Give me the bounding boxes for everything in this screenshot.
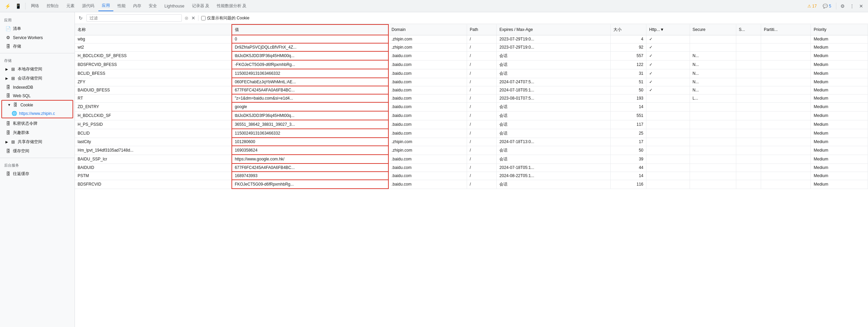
chat-badge[interactable]: 💬 5 bbox=[820, 2, 834, 10]
sidebar-item-cookie[interactable]: ▼ 🗄 Cookie bbox=[2, 101, 73, 109]
col-header-secure[interactable]: Secure bbox=[690, 24, 736, 35]
table-row[interactable]: RT "z=1&dm=baidu.com&si=e1d4... .baidu.c… bbox=[75, 94, 868, 102]
cell-secure: N... bbox=[690, 51, 736, 60]
tab-network[interactable]: 网络 bbox=[28, 1, 43, 11]
sidebar-item-storage[interactable]: 🗄 存储 bbox=[0, 42, 75, 51]
cell-domain: .zhipin.com bbox=[388, 35, 467, 43]
col-header-domain[interactable]: Domain bbox=[388, 24, 467, 35]
sidebar-item-indexeddb[interactable]: 🗄 IndexedDB bbox=[0, 83, 75, 91]
cell-secure: N... bbox=[690, 78, 736, 86]
content-area: ↻ ⊗ ✕ 仅显示有问题的 Cookie 名称 值 bbox=[75, 12, 868, 327]
websql-icon: 🗄 bbox=[5, 93, 11, 98]
sidebar-item-manifest[interactable]: 📄 清单 bbox=[0, 24, 75, 33]
table-row[interactable]: BCLID 11500249131063466332 .baidu.com / … bbox=[75, 129, 868, 138]
cell-http: ✓ bbox=[646, 60, 690, 69]
chat-icon: 💬 bbox=[823, 4, 828, 8]
cell-secure bbox=[690, 102, 736, 111]
cell-samesite bbox=[736, 138, 761, 146]
sidebar-item-shared-storage[interactable]: ▶ ⊞ 共享存储空间 bbox=[0, 137, 75, 147]
sidebar-item-zhipin-cookie[interactable]: 🌐 https://www.zhipin.c bbox=[2, 109, 73, 118]
table-row[interactable]: H_BDCLCKID_SF tblJoDK5JDD3fP36q45HMt00q.… bbox=[75, 111, 868, 120]
tab-perf-insights[interactable]: 性能数据分析 及 bbox=[213, 1, 250, 11]
cell-path: / bbox=[467, 138, 497, 146]
cell-secure bbox=[690, 146, 736, 155]
cell-expires: 会话 bbox=[497, 146, 611, 155]
sidebar-item-interest-groups[interactable]: 🗄 兴趣群体 bbox=[0, 128, 75, 137]
cell-size: 14 bbox=[611, 172, 646, 180]
sidebar-item-service-workers[interactable]: ⚙ Service Workers bbox=[0, 33, 75, 42]
col-header-path[interactable]: Path bbox=[467, 24, 497, 35]
warning-badge[interactable]: ⚠ 17 bbox=[805, 2, 819, 10]
device-icon-btn[interactable]: 📱 bbox=[13, 2, 23, 10]
cell-expires: 2023-07-29T19:0... bbox=[497, 43, 611, 51]
cell-secure bbox=[690, 120, 736, 129]
table-row[interactable]: BAIDUID_BFESS 677F6FC4245A4FA0A6FB4BC...… bbox=[75, 86, 868, 94]
col-header-http[interactable]: Http...▼ bbox=[646, 24, 690, 35]
table-row[interactable]: wbg 0 .zhipin.com / 2023-07-29T19:0... 4… bbox=[75, 35, 868, 43]
show-issues-checkbox[interactable] bbox=[201, 16, 206, 20]
cell-domain: .baidu.com bbox=[388, 129, 467, 138]
tab-elements[interactable]: 元素 bbox=[63, 1, 78, 11]
cell-priority: Medium bbox=[811, 180, 868, 189]
close-icon-btn[interactable]: ✕ bbox=[857, 2, 865, 10]
cell-expires: 会话 bbox=[497, 60, 611, 69]
settings-icon-btn[interactable]: ⚙ bbox=[838, 2, 847, 10]
col-header-size[interactable]: 大小 bbox=[611, 24, 646, 35]
sidebar-item-local-storage[interactable]: ▶ ⊞ 本地存储空间 bbox=[0, 65, 75, 74]
tab-memory[interactable]: 内存 bbox=[130, 1, 145, 11]
table-row[interactable]: H_BDCLCKID_SF_BFESS tblJoDK5JDD3fP36q45H… bbox=[75, 51, 868, 60]
filter-clear-button[interactable]: ⊗ bbox=[184, 15, 189, 21]
sidebar-item-session-storage[interactable]: ▶ ⊞ 会话存储空间 bbox=[0, 74, 75, 83]
col-header-priority[interactable]: Priority bbox=[811, 24, 868, 35]
cell-domain: .baidu.com bbox=[388, 172, 467, 180]
table-row[interactable]: BCLID_BFESS 11500249131063466332 .baidu.… bbox=[75, 69, 868, 78]
table-row[interactable]: ZD_ENTRY google .baidu.com / 会话 14 Mediu… bbox=[75, 102, 868, 111]
table-row[interactable]: ZFY 060FEChabEzJqYbWhMntL:AE... .baidu.c… bbox=[75, 78, 868, 86]
col-header-samesite[interactable]: S... bbox=[736, 24, 761, 35]
tab-recorder[interactable]: 记录器 及 bbox=[189, 1, 213, 11]
cell-priority: Medium bbox=[811, 164, 868, 172]
more-icon-btn[interactable]: ⋮ bbox=[848, 2, 856, 10]
col-header-expires[interactable]: Expires / Max-Age bbox=[497, 24, 611, 35]
table-row[interactable]: H_PS_PSSID 36551_38642_38831_39027_3... … bbox=[75, 120, 868, 129]
sidebar-item-cache-storage[interactable]: 🗄 缓存空间 bbox=[0, 147, 75, 156]
table-row[interactable]: BAIDUID 677F6FC4245A4FA0A6FB4BC... .baid… bbox=[75, 164, 868, 172]
cell-domain: .baidu.com bbox=[388, 111, 467, 120]
cell-path: / bbox=[467, 180, 497, 189]
cell-size: 551 bbox=[611, 111, 646, 120]
cell-secure bbox=[690, 180, 736, 189]
table-row[interactable]: wt2 Dr9ZfrlaPSVCjDQLcBfVFhX_4Z... .zhipi… bbox=[75, 43, 868, 51]
cell-samesite bbox=[736, 120, 761, 129]
cell-size: 117 bbox=[611, 120, 646, 129]
filter-input[interactable] bbox=[86, 14, 182, 22]
cell-name: BDSFRCVID bbox=[75, 180, 232, 189]
table-row[interactable]: BDSFRCVID_BFESS -FKOJeCT5G09-d6fRpxmhbRg… bbox=[75, 60, 868, 69]
col-header-partition[interactable]: Partiti... bbox=[761, 24, 811, 35]
cell-partition bbox=[761, 164, 811, 172]
cell-size: 193 bbox=[611, 94, 646, 102]
cell-value: 1690358624 bbox=[232, 146, 389, 155]
tab-application[interactable]: 应用 bbox=[98, 1, 113, 11]
cell-http: ✓ bbox=[646, 69, 690, 78]
col-header-name[interactable]: 名称 bbox=[75, 24, 232, 35]
tab-lighthouse[interactable]: Lighthouse bbox=[161, 2, 188, 11]
filter-close-button[interactable]: ✕ bbox=[191, 15, 195, 21]
col-header-value[interactable]: 值 bbox=[232, 24, 389, 35]
tab-performance[interactable]: 性能 bbox=[114, 1, 129, 11]
cell-priority: Medium bbox=[811, 69, 868, 78]
show-issues-checkbox-label[interactable]: 仅显示有问题的 Cookie bbox=[201, 15, 250, 21]
sidebar-item-websql[interactable]: 🗄 Web SQL bbox=[0, 91, 75, 100]
cell-secure: N... bbox=[690, 60, 736, 69]
tab-security[interactable]: 安全 bbox=[145, 1, 160, 11]
refresh-button[interactable]: ↻ bbox=[78, 14, 84, 22]
sidebar-item-trust-tokens[interactable]: 🗄 私密状态令牌 bbox=[0, 119, 75, 128]
table-row[interactable]: lastCity 101280600 .zhipin.com / 2024-07… bbox=[75, 138, 868, 146]
inspect-icon-btn[interactable]: ⚡ bbox=[3, 2, 13, 10]
tab-console[interactable]: 控制台 bbox=[43, 1, 62, 11]
sidebar-item-back-forward-cache[interactable]: 🗄 往返缓存 bbox=[0, 169, 75, 178]
table-row[interactable]: BAIDU_SSP_lcr https://www.google.com.hk/… bbox=[75, 155, 868, 164]
table-row[interactable]: PSTM 1689743993 .baidu.com / 2024-08-22T… bbox=[75, 172, 868, 180]
tab-sources[interactable]: 源代码 bbox=[79, 1, 98, 11]
table-row[interactable]: Hm_lpvt_194df3105ad7148d... 1690358624 .… bbox=[75, 146, 868, 155]
table-row[interactable]: BDSFRCVID FKOJeCT5G09-d6fRpxmhbRg... .ba… bbox=[75, 180, 868, 189]
